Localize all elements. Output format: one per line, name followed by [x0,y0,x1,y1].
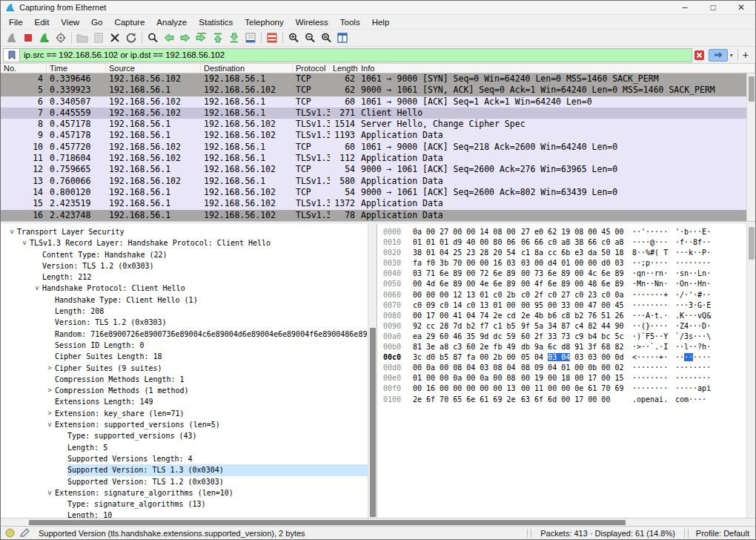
packet-list-scrollbar[interactable] [746,73,755,221]
start-capture-icon[interactable] [4,30,20,45]
detail-line[interactable]: Cipher Suites Length: 18 [1,351,377,362]
hex-row-00f0[interactable]: 00f000 16 00 00 00 00 00 1300 11 00 00 0… [377,383,755,394]
menu-capture[interactable]: Capture [108,16,150,28]
column-header-length[interactable]: Length [330,64,358,73]
hex-row-0070[interactable]: 0070c0 09 c0 14 c0 13 01 0000 95 00 33 0… [377,300,755,311]
menu-help[interactable]: Help [366,16,396,28]
hex-row-0100[interactable]: 01002e 6f 70 65 6e 61 69 2e63 6f 6d 00 1… [377,395,755,405]
detail-line[interactable]: >Compression Methods (1 method) [1,385,377,396]
collapse-icon[interactable]: v [44,487,55,498]
packet-row-9[interactable]: 90.457178192.168.56.1192.168.56.102TLSv1… [1,130,755,141]
display-filter-input[interactable] [19,48,692,62]
hex-row-0050[interactable]: 005000 4d 6e 89 00 4e 6e 8900 4f 6e 89 0… [377,279,755,289]
detail-line[interactable]: Supported Version: TLS 1.3 (0x0304) [1,464,377,475]
collapse-icon[interactable]: v [7,226,17,237]
collapse-icon[interactable]: v [19,237,30,248]
packet-row-12[interactable]: 120.759665192.168.56.1192.168.56.102TCP5… [1,164,755,175]
detail-line[interactable]: Length: 208 [1,306,377,317]
filter-bookmark-icon[interactable] [3,48,19,62]
column-header-info[interactable]: Info [358,64,755,73]
hex-row-0080[interactable]: 008000 17 00 41 04 74 2e cd2e 4b b6 c8 b… [377,311,755,321]
detail-line[interactable]: Compression Methods Length: 1 [1,374,377,385]
detail-line[interactable]: vExtension: signature_algorithms (len=10… [1,487,377,498]
go-to-packet-icon[interactable] [193,30,210,45]
restart-capture-icon[interactable] [36,30,53,45]
packet-row-10[interactable]: 100.457720192.168.56.102192.168.56.1TCP6… [1,142,755,153]
column-header-no[interactable]: No. [1,64,47,73]
save-file-icon[interactable] [90,30,107,45]
capture-comment-icon[interactable] [19,528,30,538]
detail-line[interactable]: Supported Versions length: 4 [1,453,377,464]
detail-line[interactable]: Version: TLS 1.2 (0x0303) [1,260,377,271]
collapse-icon[interactable]: v [32,283,42,294]
detail-line[interactable]: Type: signature_algorithms (13) [1,498,377,510]
hex-row-0090[interactable]: 009092 cc 28 7d b2 f7 c1 b59f 5a 34 87 c… [377,321,755,332]
column-header-destination[interactable]: Destination [201,64,293,73]
horizontal-scroll-thumb[interactable] [29,520,626,525]
bytes-scroll-thumb[interactable] [749,227,755,260]
colorize-packets-icon[interactable] [264,30,280,45]
detail-line[interactable]: vHandshake Protocol: Client Hello [1,283,377,294]
hex-row-0000[interactable]: 00000a 00 27 00 00 14 08 0027 e0 62 19 0… [377,227,755,237]
collapse-icon[interactable]: v [44,419,55,430]
detail-line[interactable]: >Extension: key_share (len=71) [1,408,377,419]
details-scrollbar[interactable] [368,224,377,518]
packet-row-15[interactable]: 152.423519192.168.56.1192.168.56.102TLSv… [1,198,755,209]
close-file-icon[interactable] [107,30,123,45]
menu-edit[interactable]: Edit [29,16,56,28]
hex-row-00b0[interactable]: 00b081 3e a8 c3 60 2e fb 49db 9a 6c d8 9… [377,342,755,352]
profile-status[interactable]: Profile: Default [690,529,755,538]
clear-filter-icon[interactable] [692,48,707,62]
open-file-icon[interactable] [74,30,90,45]
packet-row-13[interactable]: 130.760066192.168.56.102192.168.56.1TLSv… [1,176,755,187]
expert-info-icon[interactable] [5,528,15,538]
zoom-out-icon[interactable] [302,30,318,45]
detail-line[interactable]: >Cipher Suites (9 suites) [1,363,377,374]
zoom-in-icon[interactable] [285,30,302,45]
add-filter-button[interactable]: + [737,49,753,61]
detail-line[interactable]: Content Type: Handshake (22) [1,249,377,260]
hex-row-0040[interactable]: 004003 71 6e 89 00 72 6e 8900 73 6e 89 0… [377,269,755,279]
packet-row-6[interactable]: 60.340507192.168.56.102192.168.56.1TCP60… [1,96,755,108]
expand-icon[interactable]: > [44,363,55,374]
expand-icon[interactable]: > [44,385,55,396]
detail-line[interactable]: vTLSv1.3 Record Layer: Handshake Protoco… [1,237,377,248]
maximize-button[interactable]: □ [699,1,727,14]
column-header-source[interactable]: Source [106,64,201,73]
packet-row-4[interactable]: 40.339646192.168.56.102192.168.56.1TCP62… [1,73,755,85]
detail-line[interactable]: Length: 5 [1,442,377,453]
first-packet-icon[interactable] [210,30,226,45]
detail-line[interactable]: Handshake Type: Client Hello (1) [1,294,377,306]
minimize-button[interactable]: – [671,1,699,14]
expand-icon[interactable]: > [44,408,55,419]
hex-row-00d0[interactable]: 00d000 0a 00 08 04 03 08 0408 09 04 01 0… [377,363,755,373]
menu-file[interactable]: File [3,16,29,28]
menu-view[interactable]: View [55,16,85,28]
reload-icon[interactable] [123,30,139,45]
menu-wireless[interactable]: Wireless [290,16,334,28]
packet-row-14[interactable]: 140.800120192.168.56.1192.168.56.102TCP5… [1,187,755,198]
previous-packet-icon[interactable] [161,30,177,45]
column-header-protocol[interactable]: Protocol [293,64,330,73]
hex-row-0020[interactable]: 002038 01 04 25 23 28 20 54c1 8a cc 6b e… [377,248,755,258]
detail-line[interactable]: Random: 716e8900726e8900736e89004c6e8900… [1,329,377,340]
packet-row-7[interactable]: 70.445559192.168.56.102192.168.56.1TLSv1… [1,108,755,119]
detail-line[interactable]: vExtension: supported_versions (len=5) [1,419,377,430]
last-packet-icon[interactable] [226,30,242,45]
bytes-scrollbar[interactable] [746,224,755,518]
detail-line[interactable]: Extensions Length: 149 [1,396,377,407]
detail-line[interactable]: Session ID Length: 0 [1,340,377,351]
packet-row-8[interactable]: 80.457178192.168.56.1192.168.56.102TLSv1… [1,119,755,130]
details-scroll-thumb[interactable] [370,328,376,517]
hex-row-0030[interactable]: 0030fa f0 3b 70 00 00 16 0303 00 d4 01 0… [377,258,755,269]
detail-line[interactable]: Type: supported_versions (43) [1,430,377,441]
menu-go[interactable]: Go [85,16,108,28]
hex-row-00a0[interactable]: 00a0ea 29 60 46 35 9d dc 5960 2f 33 73 c… [377,332,755,342]
auto-scroll-icon[interactable] [242,30,259,45]
menu-analyze[interactable]: Analyze [150,16,193,28]
packet-row-11[interactable]: 110.718604192.168.56.102192.168.56.1TLSv… [1,153,755,164]
next-packet-icon[interactable] [177,30,193,45]
hex-row-00e0[interactable]: 00e001 00 00 0a 00 0a 00 0800 19 00 18 0… [377,373,755,383]
horizontal-scrollbar[interactable] [1,518,755,526]
menu-tools[interactable]: Tools [334,16,366,28]
